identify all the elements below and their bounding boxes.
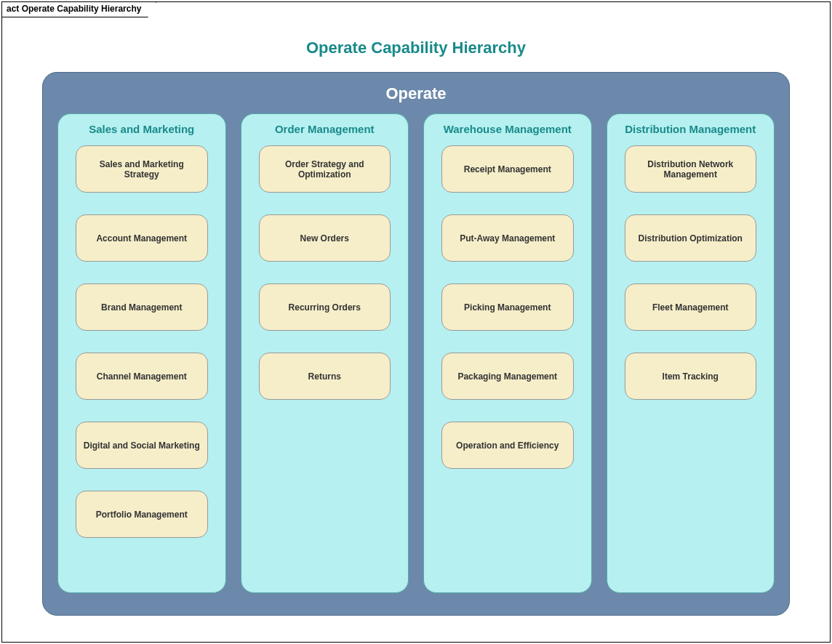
capability-item: Channel Management — [76, 353, 208, 400]
operate-root-label: Operate — [57, 84, 775, 103]
columns-row: Sales and Marketing Sales and Marketing … — [57, 113, 775, 593]
frame-tab: act Operate Capability Hierarchy — [1, 1, 156, 17]
column-order-management: Order Management Order Strategy and Opti… — [241, 113, 409, 593]
column-distribution-management: Distribution Management Distribution Net… — [607, 113, 775, 593]
column-title: Order Management — [249, 123, 401, 135]
capability-item: Put-Away Management — [441, 214, 574, 262]
capability-item: Item Tracking — [625, 353, 757, 400]
column-title: Sales and Marketing — [65, 123, 218, 135]
capability-item: Digital and Social Marketing — [76, 422, 208, 469]
capability-item: Picking Management — [441, 283, 574, 331]
column-warehouse-management: Warehouse Management Receipt Management … — [423, 113, 592, 593]
capability-item: Sales and Marketing Strategy — [76, 145, 208, 193]
diagram-frame: act Operate Capability Hierarchy Operate… — [1, 1, 831, 643]
capability-item: Account Management — [76, 214, 208, 262]
capability-item: Operation and Efficiency — [441, 422, 574, 469]
capability-item: Returns — [259, 353, 391, 400]
column-sales-and-marketing: Sales and Marketing Sales and Marketing … — [57, 113, 226, 593]
capability-item: Distribution Optimization — [625, 214, 757, 262]
capability-item: Order Strategy and Optimization — [259, 145, 391, 193]
capability-item: Recurring Orders — [259, 283, 391, 331]
column-title: Distribution Management — [615, 123, 767, 135]
capability-item: Fleet Management — [625, 283, 757, 331]
column-title: Warehouse Management — [431, 123, 584, 135]
diagram-title: Operate Capability Hierarchy — [2, 39, 830, 57]
capability-item: Receipt Management — [441, 145, 574, 193]
capability-item: New Orders — [259, 214, 391, 262]
capability-item: Packaging Management — [441, 353, 574, 400]
capability-item: Brand Management — [76, 283, 208, 331]
capability-item: Portfolio Management — [76, 491, 208, 538]
capability-item: Distribution Network Management — [625, 145, 757, 193]
operate-root-container: Operate Sales and Marketing Sales and Ma… — [42, 72, 790, 616]
